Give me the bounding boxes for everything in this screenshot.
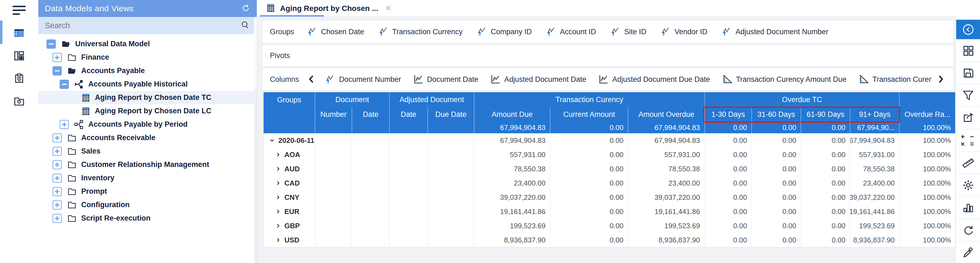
row-group-cell[interactable]: CAD [264,176,315,190]
panel-scrollbar[interactable] [254,17,257,263]
tree-item[interactable]: Aging Report by Chosen Date TC [38,91,257,104]
collapse-box-icon[interactable] [52,66,62,75]
chevron-right-icon[interactable] [275,166,281,172]
row-group-cell[interactable]: AOA [264,148,315,162]
row-group-cell[interactable]: EUR [264,204,315,219]
expand-box-icon[interactable] [60,120,69,129]
search-icon[interactable] [240,20,250,31]
expand-box-icon[interactable] [52,200,62,210]
expand-box-icon[interactable] [52,160,62,169]
column-header[interactable]: 1-30 Days [705,107,751,122]
collapse-box-icon[interactable] [60,80,69,89]
collapse-box-icon[interactable] [46,40,56,49]
measure-tool-button[interactable] [956,151,980,174]
sidebar-item-reports[interactable] [0,67,38,91]
column-header[interactable]: Due Date [427,107,474,122]
tree-item[interactable]: Inventory [38,171,257,185]
expand-box-icon[interactable] [52,133,62,143]
sidebar-item-favorites[interactable] [0,90,38,113]
column-header[interactable]: Date [389,107,427,122]
chevron-right-icon[interactable] [275,180,281,186]
row-group-cell[interactable]: 2020-06-11 [264,133,315,148]
field-chip[interactable]: Adjusted Document Number [722,26,828,37]
tree-item[interactable]: Accounts Receivable [38,131,257,145]
expand-box-icon[interactable] [52,187,62,196]
row-group-cell[interactable]: GBP [264,219,315,233]
column-header[interactable]: 31-60 Days [751,107,800,122]
style-picker-button[interactable] [956,241,980,263]
field-chip[interactable]: Site ID [611,26,646,37]
field-chip[interactable]: Document Date [413,74,479,84]
field-chip[interactable]: Document Number [326,74,401,85]
tree-item[interactable]: Configuration [38,198,257,212]
calculated-fields-button[interactable]: + −× = [956,129,980,151]
chevron-right-icon[interactable] [937,74,946,84]
row-group-cell[interactable]: CNY [264,190,315,204]
column-header[interactable]: Current Amount [550,107,628,122]
tree-item[interactable]: Customer Relationship Management [38,158,257,171]
tree-item[interactable]: Finance [38,51,257,64]
field-chip[interactable]: Adjusted Document Due Date [598,74,710,84]
chevron-down-icon[interactable] [269,137,275,143]
chevron-right-icon[interactable] [275,237,281,243]
column-group-header[interactable]: Document [315,92,389,107]
column-header[interactable]: 91+ Days [850,107,899,122]
tree-item[interactable]: Universal Data Model [38,37,257,51]
field-chip[interactable]: Vendor ID [661,26,707,37]
column-header[interactable]: Number [315,107,352,122]
column-header[interactable]: Date [352,107,389,122]
field-chip[interactable]: Chosen Date [308,26,364,37]
tree-item-label: Prompt [81,187,107,196]
column-group-header[interactable]: Overdue TC [705,92,899,107]
tree-item[interactable]: Script Re-execution [38,212,257,225]
export-button[interactable] [956,107,980,129]
tree-item[interactable]: Accounts Payable by Period [38,118,257,131]
settings-button[interactable] [956,174,980,196]
chevron-right-icon[interactable] [275,223,281,229]
column-header[interactable]: Amount Due [474,107,550,122]
expand-box-icon[interactable] [52,214,62,223]
tab-aging-report[interactable]: Aging Report by Chosen ... ✕ [261,0,396,17]
expand-box-icon[interactable] [52,147,62,156]
column-header[interactable]: 61-90 Days [800,107,850,122]
tab-close-icon[interactable]: ✕ [385,4,391,13]
column-group-header[interactable]: Adjusted Document [389,92,474,107]
refresh-icon[interactable] [241,3,250,14]
column-group-header[interactable] [899,92,955,107]
tree-item[interactable]: Prompt [38,185,257,198]
field-chip[interactable]: Account ID [547,26,596,37]
save-button[interactable] [956,62,980,84]
row-group-cell[interactable]: AUD [264,162,315,176]
field-chip[interactable]: Adjusted Document Date [490,74,586,84]
column-header[interactable]: Amount Overdue [628,107,705,122]
search-input[interactable] [45,21,240,30]
field-chip[interactable]: Transaction Curency Amount Due [722,74,846,84]
chevron-right-icon[interactable] [275,194,281,200]
tree-item[interactable]: Accounts Payable Historical [38,77,257,91]
tree-item[interactable]: Accounts Payable [38,64,257,77]
right-toolbar: + −× = [956,17,980,263]
filter-button[interactable] [956,84,980,107]
chart-button[interactable] [956,196,980,219]
layout-button[interactable] [956,39,980,62]
chevron-right-icon[interactable] [275,209,281,215]
field-chip[interactable]: Transaction Currency [379,26,463,37]
column-header[interactable]: Overdue Ra... [899,107,955,122]
menu-button[interactable] [0,0,38,21]
chevron-left-icon[interactable] [308,74,317,84]
sidebar-item-dashboards[interactable] [0,45,38,68]
sidebar-item-data-models[interactable] [0,22,38,45]
expand-box-icon[interactable] [52,53,62,62]
field-chip[interactable]: Company ID [477,26,532,37]
column-group-header[interactable]: Transaction Curency [474,92,705,107]
refresh-data-button[interactable] [956,219,980,241]
collapse-panel-button[interactable] [956,20,980,39]
search-bar[interactable] [38,17,257,34]
row-group-cell[interactable]: USD [264,233,315,247]
tree-item[interactable]: Aging Report by Chosen Date LC [38,104,257,118]
field-chip[interactable]: Transaction Curency Current Amount [859,74,932,84]
tree-item[interactable]: Sales [38,145,257,158]
chevron-right-icon[interactable] [275,151,281,158]
expand-box-icon[interactable] [52,174,62,183]
column-group-header[interactable]: Groups [264,92,315,133]
